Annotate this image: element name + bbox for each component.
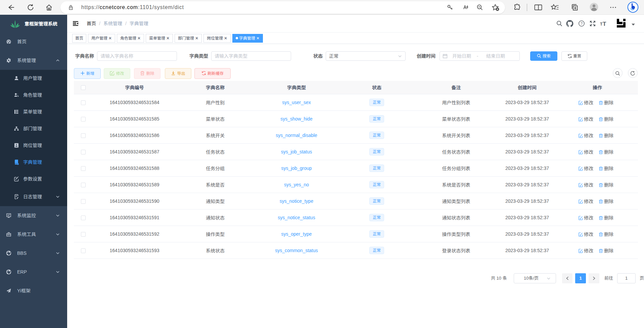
svg-text:?: ? [581, 21, 583, 26]
svg-text:T: T [600, 22, 603, 27]
svg-text:T: T [603, 21, 606, 27]
